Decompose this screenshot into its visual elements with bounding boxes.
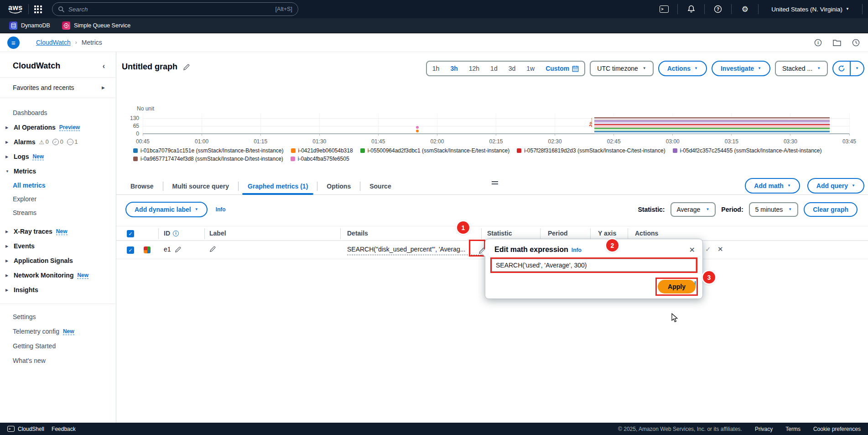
tab-browse[interactable]: Browse (130, 178, 163, 194)
column-header-label[interactable]: Label (209, 230, 226, 237)
legend-item[interactable]: i-05d4f2c357c254455 (ssmStack/Instance-A… (673, 147, 822, 154)
actions-dropdown[interactable]: Actions▼ (658, 61, 707, 76)
sidebar-item-explorer[interactable]: Explorer (0, 192, 116, 206)
investigate-dropdown[interactable]: Investigate▼ (712, 61, 770, 76)
period-dropdown[interactable]: 5 minutes▼ (749, 202, 799, 217)
region-selector[interactable]: United States (N. Virginia) ▼ (764, 0, 857, 18)
cloudshell-icon[interactable]: > (656, 0, 672, 18)
tab-graphed-metrics[interactable]: Graphed metrics (1) (239, 178, 317, 194)
column-header-id[interactable]: ID i (164, 230, 179, 237)
range-custom-button[interactable]: Custom (546, 65, 579, 72)
tab-source[interactable]: Source (360, 178, 400, 194)
sidebar-item-settings[interactable]: Settings (0, 309, 116, 324)
legend-item[interactable]: i-0a9657717474ef3d8 (ssmStack/Instance-D… (133, 156, 283, 162)
sidebar-item-xray-traces[interactable]: ▶ X-Ray traces New (0, 224, 116, 239)
edit-title-pencil-icon[interactable] (183, 63, 190, 71)
add-math-button[interactable]: Add math▼ (745, 178, 800, 194)
sidebar-item-whats-new[interactable]: What's new (0, 353, 116, 368)
sidebar-item-telemetry-config[interactable]: Telemetry config New (0, 324, 116, 339)
breadcrumb-service-link[interactable]: CloudWatch (36, 39, 71, 46)
cookie-preferences-link[interactable]: Cookie preferences (813, 426, 861, 432)
column-header-statistic[interactable]: Statistic (487, 230, 512, 237)
math-expression-input[interactable] (492, 259, 696, 272)
details-expression[interactable]: SEARCH("disk_used_percent"', 'Averag... (347, 246, 484, 255)
new-badge[interactable]: New (56, 228, 68, 235)
column-header-details[interactable]: Details (347, 230, 368, 237)
info-link[interactable]: Info (572, 247, 582, 253)
collapse-panel-icon[interactable] (492, 181, 498, 186)
shortcut-dynamodb[interactable]: DynamoDB (9, 21, 50, 30)
range-1h-button[interactable]: 1h (432, 65, 440, 72)
legend-item[interactable]: i-057f28f316819d2d3 (ssmStack/Instance-C… (517, 147, 665, 154)
cancel-edit-icon[interactable]: ✕ (717, 245, 723, 253)
sidebar-item-getting-started[interactable]: Getting Started (0, 339, 116, 353)
sidebar-item-streams[interactable]: Streams (0, 206, 116, 220)
timezone-dropdown[interactable]: UTC timezone ▼ (590, 61, 653, 76)
info-icon[interactable]: i (173, 231, 179, 236)
range-1d-button[interactable]: 1d (490, 65, 498, 72)
refresh-options-button[interactable]: ▼ (851, 62, 863, 75)
graph-type-dropdown[interactable]: Stacked ... ▼ (775, 61, 828, 76)
edit-label-pencil-icon[interactable] (209, 246, 216, 252)
range-3h-button[interactable]: 3h (450, 65, 457, 72)
aws-logo[interactable]: aws (8, 5, 23, 14)
sidebar-item-favorites[interactable]: Favorites and recents ▶ (0, 78, 116, 98)
search-input[interactable] (68, 6, 275, 13)
footer-cloudshell[interactable]: > CloudShell (7, 426, 44, 432)
statistic-dropdown[interactable]: Average▼ (670, 202, 716, 217)
info-panel-icon[interactable]: i (814, 39, 822, 47)
apply-button[interactable]: Apply (658, 280, 696, 293)
refresh-button[interactable] (833, 62, 850, 75)
sidebar-item-logs[interactable]: ▶ Logs New (0, 149, 116, 164)
legend-item[interactable]: i-05500964ad2f3dbc1 (ssmStack/Instance-E… (360, 147, 510, 154)
plot-area[interactable]: Jo... (143, 114, 849, 134)
sidebar-item-dashboards[interactable]: Dashboards (0, 105, 116, 120)
range-3d-button[interactable]: 3d (509, 65, 516, 72)
sidebar-item-ai-operations[interactable]: ▶ AI Operations Preview (0, 120, 116, 135)
footer-feedback[interactable]: Feedback (52, 426, 76, 432)
column-header-y-axis[interactable]: Y axis (598, 230, 616, 237)
select-all-checkbox[interactable]: ✓ (127, 230, 134, 237)
add-query-button[interactable]: Add query▼ (807, 178, 864, 194)
sidebar-collapse-icon[interactable]: ‹ (103, 62, 105, 70)
preview-badge[interactable]: Preview (59, 124, 80, 131)
range-1w-button[interactable]: 1w (526, 65, 535, 72)
row-checkbox[interactable]: ✓ (127, 246, 134, 254)
tab-options[interactable]: Options (317, 178, 360, 194)
sidebar-item-all-metrics[interactable]: All metrics (0, 178, 116, 192)
history-icon[interactable] (852, 39, 860, 47)
range-12h-button[interactable]: 12h (469, 65, 479, 72)
folder-icon[interactable] (833, 39, 841, 46)
legend-item[interactable]: i-0abc4fba575fe6505 (291, 156, 349, 162)
close-icon[interactable]: ✕ (689, 246, 695, 254)
sidebar-item-events[interactable]: ▶ Events (0, 239, 116, 253)
help-icon[interactable]: ? (710, 0, 726, 18)
clear-graph-button[interactable]: Clear graph (804, 202, 858, 217)
sidebar-item-metrics[interactable]: ▼ Metrics (0, 164, 116, 178)
shortcut-sqs[interactable]: Simple Queue Service (62, 21, 130, 30)
terms-link[interactable]: Terms (785, 426, 800, 432)
new-badge[interactable]: New (63, 328, 74, 335)
legend-item[interactable]: i-0421d9eb06054b318 (291, 147, 353, 154)
edit-id-pencil-icon[interactable] (175, 246, 182, 253)
side-nav-toggle[interactable]: ≡ (7, 37, 20, 49)
sidebar-item-insights[interactable]: ▶ Insights (0, 283, 116, 297)
legend-item[interactable]: i-01bca7079ca1c151e (ssmStack/Instance-B… (133, 147, 284, 154)
sidebar-item-network-monitoring[interactable]: ▶ Network Monitoring New (0, 268, 116, 283)
sidebar-item-alarms[interactable]: ▶ Alarms ⚠0 ✓0 ⋯1 (0, 135, 116, 149)
notifications-bell-icon[interactable] (683, 0, 699, 18)
privacy-link[interactable]: Privacy (755, 426, 773, 432)
legend-label: i-05d4f2c357c254455 (ssmStack/Instance-A… (680, 147, 822, 154)
new-badge[interactable]: New (77, 272, 88, 279)
metric-color-swatch[interactable] (144, 246, 151, 253)
global-search[interactable]: [Alt+S] (52, 2, 298, 16)
settings-gear-icon[interactable]: ⚙ (737, 0, 753, 18)
info-link[interactable]: Info (216, 206, 226, 213)
tab-multi-source-query[interactable]: Multi source query (163, 178, 238, 194)
sidebar-item-application-signals[interactable]: ▶ Application Signals (0, 253, 116, 268)
new-badge[interactable]: New (32, 153, 44, 160)
confirm-edit-icon[interactable]: ✓ (705, 245, 711, 253)
add-dynamic-label-button[interactable]: Add dynamic label▼ (125, 202, 208, 217)
services-menu-icon[interactable] (34, 5, 42, 13)
column-header-period[interactable]: Period (548, 230, 568, 237)
